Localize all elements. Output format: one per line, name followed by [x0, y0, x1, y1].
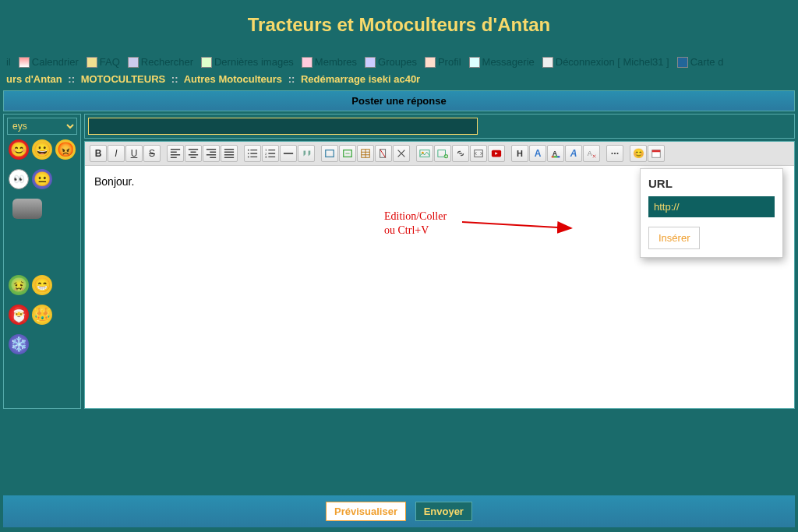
table-button[interactable] — [357, 145, 374, 162]
font-color-button[interactable]: A — [547, 145, 564, 162]
headers-button[interactable]: H — [511, 145, 528, 162]
date-button[interactable] — [648, 145, 665, 162]
url-insert-button[interactable]: Insérer — [648, 227, 700, 249]
align-justify-button[interactable] — [221, 145, 238, 162]
smiley-icon[interactable]: 😁 — [32, 275, 52, 295]
preview-button[interactable]: Prévisualiser — [326, 502, 406, 521]
site-title: Tracteurs et Motoculteurs d'Antan — [0, 6, 798, 53]
url-input[interactable] — [648, 196, 775, 217]
profile-icon — [425, 57, 436, 68]
breadcrumb-sep: :: — [171, 73, 178, 85]
bold-button[interactable]: B — [90, 145, 107, 162]
post-reply-header: Poster une réponse — [3, 90, 795, 111]
groups-icon — [365, 57, 376, 68]
subject-input[interactable] — [88, 118, 478, 135]
hr-button[interactable] — [280, 145, 297, 162]
breadcrumb-item[interactable]: Redémarrage iseki ac40r — [301, 73, 420, 85]
remove-format-button[interactable] — [393, 145, 410, 162]
align-right-button[interactable] — [203, 145, 220, 162]
svg-point-0 — [248, 150, 249, 151]
svg-rect-6 — [326, 150, 334, 157]
smiley-icon[interactable]: 😡 — [55, 139, 76, 160]
svg-rect-14 — [475, 150, 483, 157]
svg-text:A: A — [588, 150, 592, 157]
nav-images[interactable]: Dernières images — [201, 56, 294, 68]
nav-accueil[interactable]: il — [6, 56, 11, 68]
smileys-select[interactable]: eys — [7, 118, 77, 135]
smileys-sidebar: eys 😊 😀 😡 👀 😐 🤢 — [3, 114, 81, 409]
nav-map[interactable]: Carte d — [677, 56, 724, 68]
font-family-button[interactable]: A — [565, 145, 582, 162]
spoiler-button[interactable] — [339, 145, 356, 162]
smileys-grid: 😊 😀 😡 👀 😐 🤢 😁 — [7, 139, 77, 405]
svg-point-1 — [248, 153, 249, 154]
quote-button[interactable] — [298, 145, 315, 162]
code-button[interactable] — [321, 145, 338, 162]
nav-members[interactable]: Membres — [302, 56, 357, 68]
nav-groups[interactable]: Groupes — [365, 56, 417, 68]
smiley-icon[interactable]: 🤢 — [9, 275, 29, 295]
svg-line-24 — [462, 222, 571, 228]
list-ol-button[interactable]: 123 — [262, 145, 279, 162]
url-popup: URL Insérer — [640, 168, 783, 258]
svg-point-20 — [614, 153, 616, 154]
smiley-icon[interactable]: 🎅 — [9, 305, 29, 325]
search-icon — [128, 57, 139, 68]
smiley-icon[interactable] — [12, 199, 42, 219]
svg-point-21 — [616, 153, 618, 154]
breadcrumb-item[interactable]: Autres Motoculteurs — [184, 73, 282, 85]
smiley-icon[interactable]: 👑 — [32, 305, 52, 325]
nav-calendar[interactable]: Calendrier — [19, 56, 79, 68]
font-size-button[interactable]: A — [529, 145, 546, 162]
more-button[interactable] — [606, 145, 623, 162]
members-icon — [302, 57, 312, 68]
embed-button[interactable] — [470, 145, 487, 162]
smiley-icon[interactable]: 😊 — [9, 139, 29, 160]
smiley-icon[interactable]: ❄️ — [9, 334, 29, 354]
image-button[interactable] — [416, 145, 433, 162]
smiley-icon[interactable]: 😐 — [32, 169, 52, 189]
smiley-icon[interactable]: 😀 — [32, 139, 52, 160]
italic-button[interactable]: I — [108, 145, 125, 162]
list-ul-button[interactable] — [244, 145, 261, 162]
editor-content: Bonjour. — [94, 175, 134, 188]
breadcrumb: urs d'Antan :: MOTOCULTEURS :: Autres Mo… — [0, 71, 798, 87]
svg-point-2 — [248, 157, 249, 158]
nav-search[interactable]: Rechercher — [128, 56, 193, 68]
annotation-text: Edition/Coller ou Ctrl+V — [384, 210, 447, 238]
nav-profile[interactable]: Profil — [425, 56, 461, 68]
link-button[interactable] — [452, 145, 469, 162]
editor-box: B I U S 123 — [84, 141, 795, 409]
images-icon — [201, 57, 212, 68]
youtube-button[interactable] — [488, 145, 505, 162]
breadcrumb-sep: :: — [68, 73, 75, 85]
emoji-button[interactable]: 😊 — [630, 145, 647, 162]
main-nav: il Calendrier FAQ Rechercher Dernières i… — [0, 53, 798, 71]
clear-format-button[interactable]: A — [583, 145, 600, 162]
faq-icon — [87, 57, 97, 68]
hidden-button[interactable] — [375, 145, 392, 162]
image-upload-button[interactable] — [434, 145, 451, 162]
align-left-button[interactable] — [167, 145, 184, 162]
send-button[interactable]: Envoyer — [415, 502, 472, 521]
url-popup-label: URL — [648, 177, 775, 190]
footer: Prévisualiser Envoyer — [0, 491, 798, 532]
breadcrumb-sep: :: — [288, 73, 295, 85]
breadcrumb-item[interactable]: MOTOCULTEURS — [81, 73, 166, 85]
map-icon — [677, 57, 688, 68]
svg-text:A: A — [553, 150, 558, 157]
logout-icon — [542, 57, 553, 68]
calendar-icon — [19, 57, 30, 68]
smiley-icon[interactable]: 👀 — [9, 169, 29, 189]
svg-text:3: 3 — [265, 155, 267, 159]
align-center-button[interactable] — [185, 145, 202, 162]
svg-rect-23 — [652, 150, 661, 153]
strike-button[interactable]: S — [143, 145, 161, 162]
underline-button[interactable]: U — [125, 145, 143, 162]
breadcrumb-item[interactable]: urs d'Antan — [6, 73, 62, 85]
nav-faq[interactable]: FAQ — [87, 56, 120, 68]
nav-messaging[interactable]: Messagerie — [469, 56, 535, 68]
svg-rect-17 — [552, 157, 560, 158]
editor-toolbar: B I U S 123 — [85, 142, 794, 166]
nav-logout[interactable]: Déconnexion [ Michel31 ] — [542, 56, 669, 68]
